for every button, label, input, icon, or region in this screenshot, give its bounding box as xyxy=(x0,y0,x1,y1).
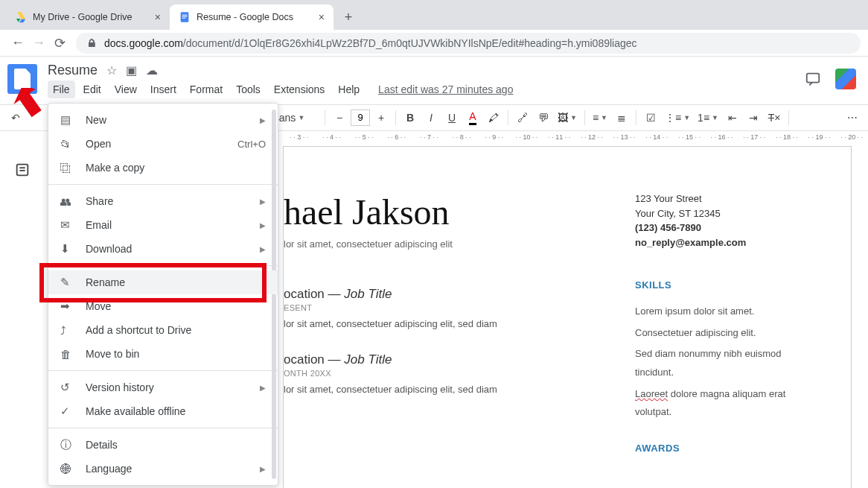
download-icon: ⬇︎ xyxy=(60,242,75,256)
underline-button[interactable]: U xyxy=(442,108,462,127)
submenu-arrow-icon: ▶ xyxy=(260,116,266,124)
skill-item[interactable]: Lorem ipsum dolor sit amet. xyxy=(635,302,799,321)
menu-format[interactable]: Format xyxy=(185,80,228,98)
text-color-button[interactable]: A xyxy=(463,108,482,127)
job-date[interactable]: ESENT xyxy=(284,303,590,312)
horizontal-ruler[interactable]: · · 3 · ·· · 4 · ·· · 5 · ·· · 6 · ·· · … xyxy=(283,131,868,143)
close-icon[interactable]: × xyxy=(319,11,325,23)
resume-name[interactable]: hael Jakson xyxy=(284,191,590,232)
font-size-decrease[interactable]: − xyxy=(330,108,349,127)
more-button[interactable]: ⋯ xyxy=(843,108,862,127)
meet-icon[interactable] xyxy=(835,69,856,89)
file-menu-email[interactable]: ✉Email▶ xyxy=(48,213,278,237)
checklist-button[interactable]: ☑︎ xyxy=(641,108,660,127)
menu-item-label: New xyxy=(86,114,106,126)
job-heading[interactable]: ocation — Job Title xyxy=(284,287,590,302)
menu-item-label: Add a shortcut to Drive xyxy=(86,324,191,336)
increase-indent-button[interactable]: ⇥ xyxy=(744,108,763,127)
comments-icon[interactable] xyxy=(802,69,823,89)
contact-street[interactable]: 123 Your Street xyxy=(635,191,799,206)
info-icon: ⓘ xyxy=(60,438,75,452)
file-menu-add-a-shortcut-to-drive[interactable]: ⤴Add a shortcut to Drive xyxy=(48,318,278,342)
forward-button[interactable]: → xyxy=(28,33,49,54)
bulleted-list-button[interactable]: ⋮≡▼ xyxy=(662,108,693,127)
italic-button[interactable]: I xyxy=(421,108,441,127)
job-date[interactable]: ONTH 20XX xyxy=(284,369,590,378)
skill-item[interactable]: Laoreet dolore magna aliquam erat volutp… xyxy=(635,385,799,422)
skill-item[interactable]: Consectetuer adipiscing elit. xyxy=(635,324,799,343)
resume-tagline[interactable]: lor sit amet, consectetuer adipiscing el… xyxy=(284,238,590,250)
file-menu-open[interactable]: 📂︎OpenCtrl+O xyxy=(48,132,278,156)
job-body[interactable]: lor sit amet, consectetuer adipiscing el… xyxy=(284,382,590,397)
file-menu-make-available-offline[interactable]: ✓Make available offline xyxy=(48,399,278,423)
menu-edit[interactable]: Edit xyxy=(78,80,106,98)
clear-format-button[interactable]: T× xyxy=(765,108,784,127)
docs-header: Resume ☆ ▣ ☁ FileEditViewInsertFormatToo… xyxy=(0,57,868,104)
file-menu-new[interactable]: ▤New▶ xyxy=(48,108,278,132)
move-icon[interactable]: ▣ xyxy=(126,63,137,77)
skill-item[interactable]: Sed diam nonummy nibh euismod tincidunt. xyxy=(635,345,799,381)
share-icon: 👥︎ xyxy=(60,195,75,208)
file-menu-share[interactable]: 👥︎Share▶ xyxy=(48,189,278,213)
contact-phone[interactable]: (123) 456-7890 xyxy=(635,221,799,235)
file-menu-version-history[interactable]: ↺Version history▶ xyxy=(48,375,278,399)
job-heading[interactable]: ocation — Job Title xyxy=(284,352,590,367)
highlight-button[interactable]: 🖍︎ xyxy=(484,108,503,127)
file-menu-move-to-bin[interactable]: 🗑︎Move to bin xyxy=(48,342,278,366)
insert-link-button[interactable]: 🔗︎ xyxy=(513,108,532,127)
browser-tab-docs[interactable]: Resume - Google Docs × xyxy=(170,4,334,30)
trash-icon: 🗑︎ xyxy=(60,348,75,361)
job-body[interactable]: lor sit amet, consectetuer adipiscing el… xyxy=(284,317,590,332)
menu-tools[interactable]: Tools xyxy=(231,80,266,98)
url-domain: docs.google.com xyxy=(104,37,183,49)
menu-help[interactable]: Help xyxy=(333,80,365,98)
awards-heading[interactable]: AWARDS xyxy=(635,443,799,454)
contact-block[interactable]: 123 Your Street Your City, ST 12345 (123… xyxy=(635,191,799,250)
menu-insert[interactable]: Insert xyxy=(145,80,182,98)
globe-icon: 🌐︎ xyxy=(60,463,75,475)
insert-image-button[interactable]: 🖼︎▼ xyxy=(555,108,580,127)
document-page[interactable]: hael Jakson lor sit amet, consectetuer a… xyxy=(283,146,852,488)
last-edit-link[interactable]: Last edit was 27 minutes ago xyxy=(378,83,513,95)
lock-icon: 🔒︎ xyxy=(86,37,97,49)
font-size-increase[interactable]: + xyxy=(371,108,391,127)
numbered-list-button[interactable]: 1≡▼ xyxy=(695,108,721,127)
tutorial-arrow xyxy=(6,88,45,128)
insert-comment-button[interactable]: 💬︎ xyxy=(534,108,553,127)
address-bar[interactable]: 🔒︎ docs.google.com/document/d/1OlqEr8G26… xyxy=(76,33,861,54)
file-menu-details[interactable]: ⓘDetails xyxy=(48,433,278,457)
bold-button[interactable]: B xyxy=(401,108,420,127)
file-menu-download[interactable]: ⬇︎Download▶ xyxy=(48,237,278,261)
menu-file[interactable]: File xyxy=(48,80,75,98)
history-icon: ↺ xyxy=(60,381,75,394)
line-spacing-button[interactable]: ≣ xyxy=(612,108,631,127)
back-button[interactable]: ← xyxy=(7,33,28,54)
reload-button[interactable]: ⟳ xyxy=(49,33,70,54)
doc-icon: ▤ xyxy=(60,113,75,127)
svg-rect-4 xyxy=(807,74,820,83)
align-button[interactable]: ≡▼ xyxy=(590,108,610,127)
font-size-input[interactable]: 9 xyxy=(351,110,370,126)
document-title[interactable]: Resume xyxy=(48,63,98,78)
star-icon[interactable]: ☆ xyxy=(106,63,117,77)
menu-view[interactable]: View xyxy=(109,80,142,98)
new-tab-button[interactable]: + xyxy=(338,7,359,28)
skills-heading[interactable]: SKILLS xyxy=(635,279,799,291)
outline-icon[interactable] xyxy=(13,161,31,179)
contact-city[interactable]: Your City, ST 12345 xyxy=(635,206,799,221)
file-menu-make-a-copy[interactable]: ⿻Make a copy xyxy=(48,156,278,180)
contact-email[interactable]: no_reply@example.com xyxy=(635,235,799,250)
tab-title: My Drive - Google Drive xyxy=(33,12,132,22)
svg-rect-3 xyxy=(182,18,186,19)
menu-item-label: Email xyxy=(86,219,112,231)
close-icon[interactable]: × xyxy=(155,11,161,23)
browser-tab-drive[interactable]: My Drive - Google Drive × xyxy=(6,4,170,30)
menu-extensions[interactable]: Extensions xyxy=(269,80,330,98)
cloud-icon[interactable]: ☁ xyxy=(146,63,158,77)
left-rail xyxy=(0,131,45,179)
browser-toolbar: ← → ⟳ 🔒︎ docs.google.com/document/d/1Olq… xyxy=(0,30,868,57)
submenu-arrow-icon: ▶ xyxy=(260,197,266,206)
decrease-indent-button[interactable]: ⇤ xyxy=(723,108,742,127)
menu-item-label: Version history xyxy=(86,381,154,393)
file-menu-language[interactable]: 🌐︎Language▶ xyxy=(48,457,278,481)
